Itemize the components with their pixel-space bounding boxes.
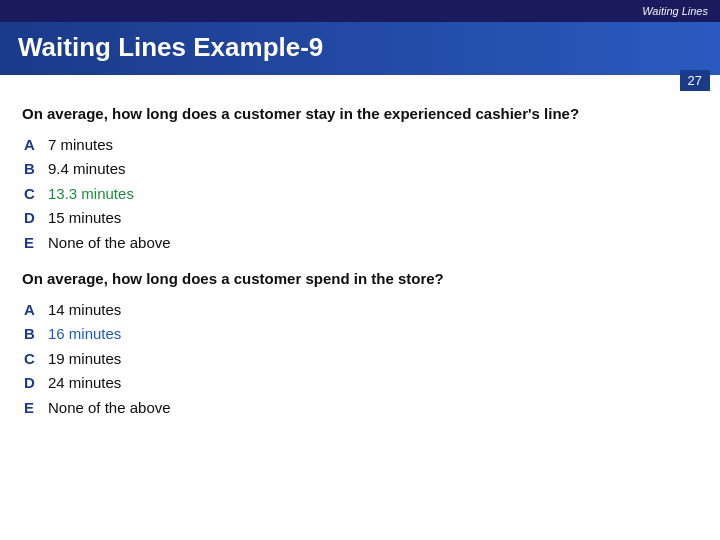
top-bar-title: Waiting Lines: [642, 5, 708, 17]
option-text: None of the above: [48, 232, 171, 255]
option-label: D: [24, 207, 48, 230]
option-label: C: [24, 348, 48, 371]
list-item: D24 minutes: [24, 372, 698, 395]
option-text: 7 minutes: [48, 134, 113, 157]
option-text: 13.3 minutes: [48, 183, 134, 206]
option-text: 24 minutes: [48, 372, 121, 395]
list-item: C13.3 minutes: [24, 183, 698, 206]
list-item: ENone of the above: [24, 397, 698, 420]
list-item: A7 minutes: [24, 134, 698, 157]
options-list-2: A14 minutesB16 minutesC19 minutesD24 min…: [24, 299, 698, 420]
list-item: D15 minutes: [24, 207, 698, 230]
option-text: 16 minutes: [48, 323, 121, 346]
option-text: 14 minutes: [48, 299, 121, 322]
option-label: A: [24, 299, 48, 322]
option-label: E: [24, 232, 48, 255]
list-item: B16 minutes: [24, 323, 698, 346]
header-banner: Waiting Lines Example-9 27: [0, 22, 720, 75]
option-label: C: [24, 183, 48, 206]
option-text: None of the above: [48, 397, 171, 420]
option-label: B: [24, 158, 48, 181]
list-item: B9.4 minutes: [24, 158, 698, 181]
page-number: 27: [680, 70, 710, 91]
content-area: On average, how long does a customer sta…: [0, 75, 720, 449]
list-item: A14 minutes: [24, 299, 698, 322]
option-label: D: [24, 372, 48, 395]
option-text: 9.4 minutes: [48, 158, 126, 181]
question-1: On average, how long does a customer sta…: [22, 103, 698, 126]
list-item: ENone of the above: [24, 232, 698, 255]
question-2: On average, how long does a customer spe…: [22, 268, 698, 291]
option-label: E: [24, 397, 48, 420]
page-title: Waiting Lines Example-9: [18, 32, 702, 63]
option-label: B: [24, 323, 48, 346]
options-list-1: A7 minutesB9.4 minutesC13.3 minutesD15 m…: [24, 134, 698, 255]
option-text: 15 minutes: [48, 207, 121, 230]
option-label: A: [24, 134, 48, 157]
option-text: 19 minutes: [48, 348, 121, 371]
list-item: C19 minutes: [24, 348, 698, 371]
top-bar: Waiting Lines: [0, 0, 720, 22]
